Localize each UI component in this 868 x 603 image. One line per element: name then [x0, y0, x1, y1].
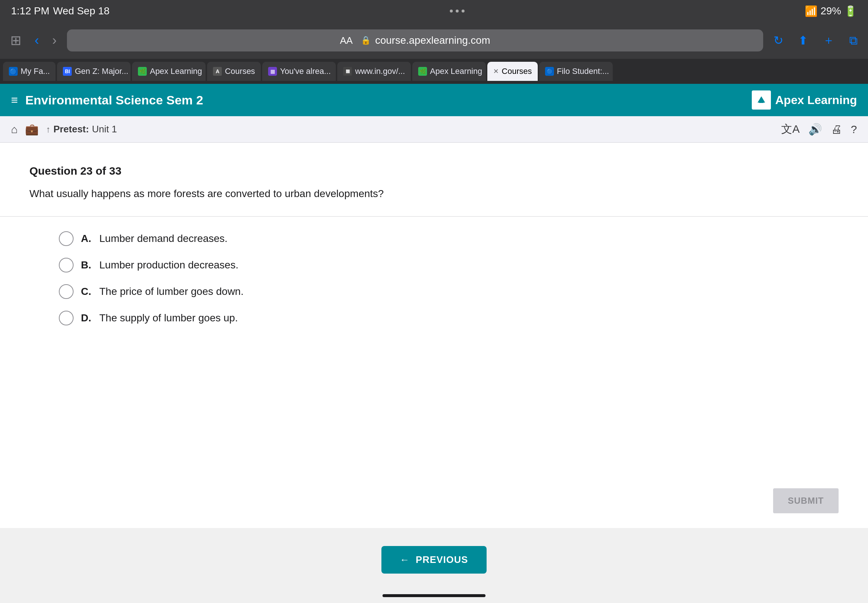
- apex-logo-text: Apex Learning: [775, 93, 857, 107]
- previous-button[interactable]: ← PREVIOUS: [381, 546, 486, 574]
- tab-favicon-youve: ▦: [268, 67, 277, 76]
- apex-logo: Apex Learning: [752, 90, 857, 110]
- tab-label-apex1: Apex Learning: [150, 66, 202, 76]
- sub-header-right: 文A 🔊 🖨 ?: [781, 122, 857, 137]
- question-number: Question 23 of 33: [29, 165, 839, 177]
- tab-label-courses1: Courses: [225, 66, 255, 76]
- home-indicator: [382, 594, 486, 597]
- breadcrumb-arrow: ↑: [46, 124, 50, 135]
- help-icon[interactable]: ?: [851, 123, 857, 136]
- prev-button-label: PREVIOUS: [416, 554, 468, 566]
- tab-label-filo: Filo Student:...: [557, 66, 609, 76]
- url-display: course.apexlearning.com: [375, 34, 490, 46]
- pretest-breadcrumb: ↑ Pretest: Unit 1: [46, 124, 117, 135]
- tab-favicon-ingov: 🔲: [343, 67, 352, 76]
- tab-myfa[interactable]: 🔵 My Fa...: [3, 62, 56, 81]
- option-text-d: The supply of lumber goes up.: [99, 311, 238, 325]
- option-letter-a: A.: [81, 233, 92, 244]
- tab-favicon-myfa: 🔵: [9, 67, 18, 76]
- wifi-icon: 📶: [805, 5, 818, 17]
- tab-courses2[interactable]: ✕ Courses: [487, 62, 538, 81]
- tabs-bar: 🔵 My Fa... BI Gen Z: Major... 🌿 Apex Lea…: [0, 59, 868, 84]
- pretest-label-text: Pretest:: [53, 124, 89, 135]
- answer-options: A. Lumber demand decreases. B. Lumber pr…: [29, 231, 839, 325]
- tab-genz[interactable]: BI Gen Z: Major...: [57, 62, 131, 81]
- option-text-b: Lumber production decreases.: [99, 258, 238, 272]
- tab-favicon-courses1: A: [213, 67, 222, 76]
- share-button[interactable]: ⬆: [795, 29, 811, 51]
- dot2: [456, 9, 459, 12]
- date-display: Wed Sep 18: [53, 5, 110, 17]
- option-text-a: Lumber demand decreases.: [99, 231, 227, 246]
- tab-close-courses2[interactable]: ✕: [493, 67, 499, 76]
- radio-c[interactable]: [59, 284, 74, 299]
- tab-label-genz: Gen Z: Major...: [75, 66, 128, 76]
- time-display: 1:12 PM: [11, 5, 49, 17]
- answer-option-d[interactable]: D. The supply of lumber goes up.: [59, 311, 809, 325]
- tab-favicon-apex1: 🌿: [138, 67, 147, 76]
- radio-b[interactable]: [59, 258, 74, 272]
- question-divider: [0, 216, 868, 216]
- dot1: [450, 9, 453, 12]
- radio-d[interactable]: [59, 311, 74, 325]
- sidebar-toggle-button[interactable]: ⊞: [7, 30, 24, 51]
- tab-favicon-filo: 🔵: [545, 67, 554, 76]
- lock-icon: 🔒: [361, 36, 371, 45]
- browser-chrome: ⊞ ‹ › AA 🔒 course.apexlearning.com ↻ ⬆ ＋…: [0, 22, 868, 59]
- tab-ingov[interactable]: 🔲 www.in.gov/...: [337, 62, 411, 81]
- main-content: Question 23 of 33 What usually happens a…: [0, 143, 868, 473]
- svg-rect-1: [759, 101, 764, 103]
- tab-label-youve: You've alrea...: [280, 66, 331, 76]
- translate-icon[interactable]: 文A: [781, 122, 800, 137]
- tab-youve[interactable]: ▦ You've alrea...: [262, 62, 336, 81]
- new-tab-button[interactable]: ＋: [820, 29, 837, 51]
- tab-favicon-apex2: 🌿: [418, 67, 427, 76]
- tab-favicon-genz: BI: [63, 67, 72, 76]
- tab-label-apex2: Apex Learning: [430, 66, 482, 76]
- submit-button[interactable]: SUBMIT: [773, 488, 839, 513]
- dot3: [461, 9, 464, 12]
- forward-button[interactable]: ›: [49, 30, 60, 51]
- apex-logo-icon: [752, 90, 771, 110]
- tab-label-ingov: www.in.gov/...: [355, 66, 405, 76]
- question-text: What usually happens as more forests are…: [29, 186, 839, 201]
- status-bar: 1:12 PM Wed Sep 18 📶 29% 🔋: [0, 0, 868, 22]
- tab-filo[interactable]: 🔵 Filo Student:...: [539, 62, 613, 81]
- aa-label: AA: [340, 35, 353, 46]
- address-bar[interactable]: AA 🔒 course.apexlearning.com: [67, 29, 763, 51]
- answer-option-a[interactable]: A. Lumber demand decreases.: [59, 231, 809, 246]
- app-header: ≡ Environmental Science Sem 2 Apex Learn…: [0, 84, 868, 116]
- bottom-navigation: ← PREVIOUS: [0, 539, 868, 581]
- answer-option-b[interactable]: B. Lumber production decreases.: [59, 258, 809, 272]
- audio-icon[interactable]: 🔊: [808, 123, 822, 136]
- address-bar-wrapper: AA 🔒 course.apexlearning.com: [67, 29, 763, 51]
- tabs-button[interactable]: ⧉: [846, 29, 861, 51]
- battery-display: 29%: [820, 5, 841, 17]
- battery-icon: 🔋: [844, 5, 857, 17]
- tab-courses1[interactable]: A Courses: [207, 62, 261, 81]
- course-title: Environmental Science Sem 2: [25, 93, 203, 107]
- home-icon[interactable]: ⌂: [11, 123, 18, 136]
- print-icon[interactable]: 🖨: [831, 123, 842, 136]
- submit-area: SUBMIT: [0, 473, 868, 528]
- refresh-button[interactable]: ↻: [771, 29, 786, 51]
- back-button[interactable]: ‹: [32, 30, 42, 51]
- tab-label-myfa: My Fa...: [21, 66, 50, 76]
- tab-label-courses2: Courses: [502, 66, 532, 76]
- answer-option-c[interactable]: C. The price of lumber goes down.: [59, 284, 809, 299]
- briefcase-icon[interactable]: 💼: [25, 123, 39, 136]
- tab-apex2[interactable]: 🌿 Apex Learning: [412, 62, 486, 81]
- sub-header: ⌂ 💼 ↑ Pretest: Unit 1 文A 🔊 🖨 ?: [0, 116, 868, 143]
- option-letter-b: B.: [81, 259, 92, 271]
- option-letter-c: C.: [81, 286, 92, 297]
- prev-arrow-icon: ←: [400, 554, 410, 566]
- app-header-left: ≡ Environmental Science Sem 2: [11, 93, 203, 107]
- option-text-c: The price of lumber goes down.: [99, 284, 243, 298]
- sub-header-left: ⌂ 💼 ↑ Pretest: Unit 1: [11, 123, 117, 136]
- tab-apex1[interactable]: 🌿 Apex Learning: [132, 62, 206, 81]
- option-letter-d: D.: [81, 312, 92, 324]
- radio-a[interactable]: [59, 231, 74, 246]
- pretest-unit-text: Unit 1: [92, 124, 117, 135]
- hamburger-menu-icon[interactable]: ≡: [11, 93, 18, 107]
- browser-actions: ↻ ⬆ ＋ ⧉: [771, 29, 861, 51]
